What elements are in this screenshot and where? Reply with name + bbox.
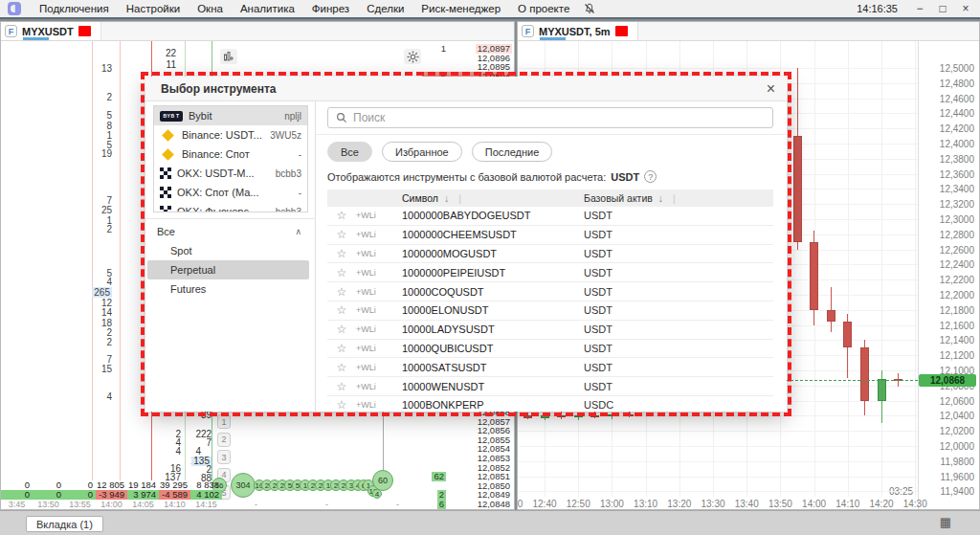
symbol-column-header[interactable]: Символ↓| [402,192,584,204]
base-currency-info: Отображаются инструменты с базовой валют… [327,170,657,183]
search-icon [336,112,347,123]
menu-item[interactable]: О проекте [509,3,578,14]
dom-level-button-3[interactable]: 3 [217,450,231,464]
candle-body [541,415,549,417]
base-column-header[interactable]: Базовый актив↓| [584,192,773,204]
favorite-star-icon[interactable]: ☆ [327,342,356,355]
watchlist-add-button[interactable]: +WLi [356,382,402,391]
category-label: Все [147,226,175,237]
time-cell: 13:50 [33,500,64,509]
connection-row[interactable]: BYB T Bybit npljl [154,106,307,125]
cluster-value: 11 [167,60,176,70]
close-button[interactable]: × [957,2,974,15]
column-divider: | [673,192,676,204]
connection-row[interactable]: Binance: USDT... 3WU5z [154,125,307,145]
menu-item[interactable]: Риск-менеджер [412,3,509,14]
watchlist-add-button[interactable]: +WLi [356,400,402,410]
delta-cell: 0 [33,490,64,500]
filter-pill[interactable]: Последние [472,142,553,162]
menu-item[interactable]: Аналитика [232,3,303,14]
dom-level-button-2[interactable]: 2 [217,433,231,447]
watchlist-add-button[interactable]: +WLi [356,287,402,297]
workspace-tab[interactable]: Вкладка (1) [26,516,103,532]
search-input[interactable] [353,111,765,124]
tab-myxusdt[interactable]: F MYXUSDT [1,22,101,40]
favorite-star-icon[interactable]: ☆ [327,303,356,317]
bid-ladder-row[interactable]: 612,0848 [422,500,514,509]
table-row[interactable]: ☆ +WLi 1000000PEIPEIUSDT USDT [327,263,773,282]
volume-profile-value: 2 [106,224,112,234]
table-row[interactable]: ☆ +WLi 1000000BABYDOGEUSDT USDT [327,207,773,226]
watchlist-add-button[interactable]: +WLi [356,324,402,334]
watchlist-add-button[interactable]: +WLi [356,249,402,258]
divider [316,134,787,135]
sort-down-icon: ↓ [658,192,663,204]
table-row[interactable]: ☆ +WLi 10000ELONUSDT USDT [327,301,773,321]
favorite-star-icon[interactable]: ☆ [327,285,356,299]
help-icon[interactable]: ? [644,170,657,183]
category-item[interactable]: Futures [147,279,309,299]
table-row[interactable]: ☆ +WLi 10000WENUSDT USDT [327,377,773,396]
filter-pill[interactable]: Избранное [382,142,462,162]
maximize-button[interactable]: □ [934,2,951,15]
symbol-cell: 10000COQUSDT [402,286,584,298]
volume-profile-value: 25 [101,205,112,215]
table-row[interactable]: ☆ +WLi 1000000CHEEMSUSDT USDT [327,226,773,245]
connection-row[interactable]: OKX: Спот (Ма... - [154,183,307,202]
table-row[interactable]: ☆ +WLi 10000QUBICUSDT USDT [327,340,773,359]
favorite-star-icon[interactable]: ☆ [327,398,356,412]
tab-myxusdt-5m[interactable]: F MYXUSDT, 5m [518,22,638,40]
category-item[interactable]: Perpetual [147,260,309,279]
volume-profile-value: 4 [106,391,112,402]
table-row[interactable]: ☆ +WLi 10000SATSUSDT USDT [327,358,773,377]
price-axis-label: 12,2600 [940,245,974,256]
app-logo [8,2,21,15]
watchlist-add-button[interactable]: +WLi [356,211,402,220]
gear-icon[interactable] [404,49,421,64]
favorite-star-icon[interactable]: ☆ [327,247,356,260]
category-tree: Все ∧ Spot Perpetual Futures [145,222,315,299]
favorite-star-icon[interactable]: ☆ [327,380,356,393]
watchlist-add-button[interactable]: +WLi [356,344,402,353]
table-row[interactable]: ☆ +WLi 1000000MOGUSDT USDT [327,245,773,264]
minimize-button[interactable]: − [911,2,928,15]
table-row[interactable]: ☆ +WLi 10000COQUSDT USDT [327,282,773,301]
favorite-star-icon[interactable]: ☆ [327,361,356,374]
time-axis-label: 13:10 [634,499,657,509]
category-item[interactable]: Все ∧ [147,222,309,241]
info-text: Отображаются инструменты с базовой валют… [327,171,606,183]
modal-close-icon[interactable]: × [767,81,775,97]
menu-item[interactable]: Настройки [118,3,189,14]
layout-grid-icon[interactable]: ▦ [940,515,951,529]
table-row[interactable]: ☆ +WLi 1000BONKPERP USDC [327,396,773,412]
dom-level-button-1[interactable]: 1 [217,414,231,429]
menu-item[interactable]: Сделки [358,3,412,14]
menu-item[interactable]: Подключения [31,3,118,14]
favorite-star-icon[interactable]: ☆ [327,266,356,279]
favorite-star-icon[interactable]: ☆ [327,323,356,336]
watchlist-add-button[interactable]: +WLi [356,363,402,372]
filter-pill[interactable]: Все [327,142,372,162]
add-chart-icon[interactable] [220,49,237,64]
notifications-muted-icon[interactable] [584,3,595,14]
menu: ПодключенияНастройкиОкнаАналитикаФинрезС… [31,3,578,14]
connection-row[interactable]: Binance: Спот - [154,145,307,164]
table-row[interactable]: ☆ +WLi 10000LADYSUSDT USDT [327,321,773,340]
category-item[interactable]: Spot [147,241,309,260]
delta-cell: 4 102 [190,490,222,500]
volume-profile-value: 13 [101,63,112,74]
watchlist-add-button[interactable]: +WLi [356,268,402,278]
favorite-star-icon[interactable]: ☆ [327,228,356,241]
modal-main: Все Избранное Последние Отображаются инс… [316,101,787,412]
connection-row[interactable]: OKX: Фьючерс... bcbb3 [154,202,307,212]
trade-bubble: 60 [372,470,393,491]
cluster-value: 7 [206,438,212,448]
watchlist-add-button[interactable]: +WLi [356,305,402,315]
menu-item[interactable]: Окна [189,3,232,14]
connection-row[interactable]: OKX: USDT-M... bcbb3 [154,164,307,183]
binance-logo-icon [162,129,174,142]
connection-value: - [299,149,301,160]
menu-item[interactable]: Финрез [303,3,358,14]
watchlist-add-button[interactable]: +WLi [356,230,402,239]
favorite-star-icon[interactable]: ☆ [327,209,356,222]
